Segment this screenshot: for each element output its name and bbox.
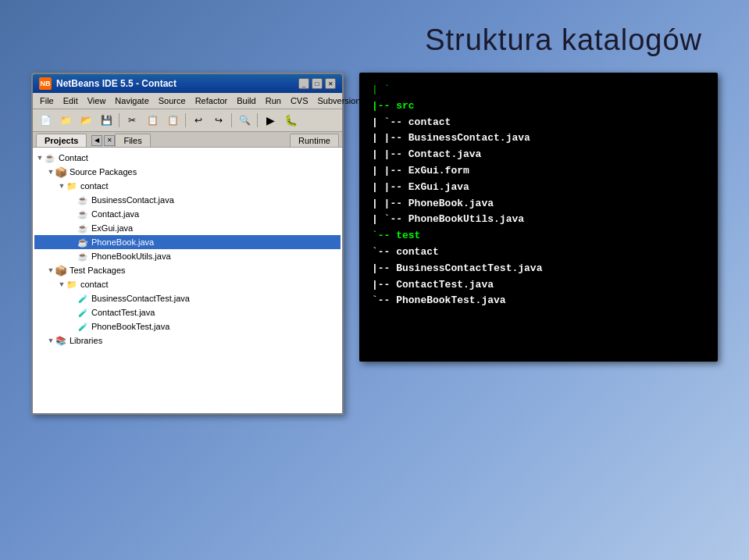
label-test-packages: Test Packages <box>70 266 126 275</box>
test-file-icon-3: 🧪 <box>77 320 89 333</box>
terminal-line-2: | `-- contact <box>372 115 705 131</box>
window-controls: _ □ ✕ <box>298 78 336 89</box>
tree-item-contact-java[interactable]: ☕ Contact.java <box>34 207 341 221</box>
project-panel: ▼ ☕ Contact ▼ 📦 Source Packages ▼ 📁 cont… <box>33 148 342 413</box>
no-toggle-1 <box>69 196 77 204</box>
tab-nav-right[interactable]: ✕ <box>104 135 115 146</box>
tree-item-phonebooktest[interactable]: 🧪 PhoneBookTest.java <box>34 319 341 334</box>
minimize-button[interactable]: _ <box>298 78 309 89</box>
save-button[interactable]: 💾 <box>97 112 116 129</box>
content-area: NB NetBeans IDE 5.5 - Contact _ □ ✕ File… <box>0 73 749 415</box>
java-file-icon: ☕ <box>77 194 89 206</box>
toggle-contact[interactable]: ▼ <box>36 154 44 162</box>
terminal-line-11: |-- BusinessContactTest.java <box>372 261 705 277</box>
paste-button[interactable]: 📋 <box>163 112 182 129</box>
java-file-icon-2: ☕ <box>77 208 89 220</box>
app-icon: NB <box>39 77 52 90</box>
toggle-test-contact[interactable]: ▼ <box>58 280 66 288</box>
no-toggle-2 <box>69 210 77 218</box>
open-project-button[interactable]: 📂 <box>77 112 95 129</box>
package-icon: 📦 <box>55 166 67 178</box>
label-exgui: ExGui.java <box>91 223 133 233</box>
tree-item-contact[interactable]: ▼ ☕ Contact <box>34 151 341 165</box>
maximize-button[interactable]: □ <box>312 78 323 89</box>
menu-navigate[interactable]: Navigate <box>111 95 152 107</box>
toolbar-sep-4 <box>257 113 258 127</box>
tree-item-source-packages[interactable]: ▼ 📦 Source Packages <box>34 165 341 179</box>
test-file-icon-2: 🧪 <box>77 306 89 319</box>
tree-item-libraries[interactable]: ▼ 📚 Libraries <box>34 334 341 348</box>
tree-item-exgui[interactable]: ☕ ExGui.java <box>34 221 341 235</box>
toolbar-sep-2 <box>185 113 186 127</box>
tree-item-contacttest[interactable]: 🧪 ContactTest.java <box>34 305 341 319</box>
tree-item-businesscontact[interactable]: ☕ BusinessContact.java <box>34 193 341 207</box>
tabs-bar: Projects ◀ ✕ Files Runtime <box>33 132 342 148</box>
new-file-button[interactable]: 📄 <box>36 112 55 129</box>
open-file-button[interactable]: 📁 <box>56 112 75 129</box>
label-contact-pkg: contact <box>80 181 108 191</box>
netbeans-window: NB NetBeans IDE 5.5 - Contact _ □ ✕ File… <box>31 73 344 415</box>
menu-source[interactable]: Source <box>155 95 190 107</box>
no-toggle-6 <box>69 294 77 302</box>
tab-runtime[interactable]: Runtime <box>290 134 339 147</box>
label-source-packages: Source Packages <box>70 167 137 177</box>
menu-cvs[interactable]: CVS <box>287 95 312 107</box>
test-file-icon-1: 🧪 <box>77 292 89 305</box>
toggle-contact-pkg[interactable]: ▼ <box>58 182 66 190</box>
menu-view[interactable]: View <box>84 95 110 107</box>
java-file-icon-4: ☕ <box>77 236 89 248</box>
java-file-icon-5: ☕ <box>77 250 89 262</box>
terminal-line-13: `-- PhoneBookTest.java <box>372 293 705 309</box>
run-button[interactable]: ▶ <box>261 112 280 129</box>
redo-button[interactable]: ↪ <box>209 112 228 129</box>
no-toggle-4 <box>69 238 77 246</box>
tab-nav-left[interactable]: ◀ <box>91 135 102 146</box>
test-package-icon: 📦 <box>55 264 67 276</box>
label-businesscontacttest: BusinessContactTest.java <box>91 294 190 303</box>
terminal-line-3: | |-- BusinessContact.java <box>372 130 705 147</box>
tab-files[interactable]: Files <box>115 134 150 147</box>
label-businesscontact: BusinessContact.java <box>91 195 174 205</box>
toolbar: 📄 📁 📂 💾 ✂ 📋 📋 ↩ ↪ 🔍 ▶ 🐛 <box>33 109 342 132</box>
window-title: NetBeans IDE 5.5 - Contact <box>56 78 294 89</box>
menu-refactor[interactable]: Refactor <box>191 95 232 107</box>
terminal-line-8: | `-- PhoneBookUtils.java <box>372 212 705 228</box>
java-file-icon-3: ☕ <box>77 222 89 234</box>
tree-item-phonebook[interactable]: ☕ PhoneBook.java <box>34 235 341 249</box>
copy-button[interactable]: 📋 <box>143 112 162 129</box>
slide-title: Struktura katalogów <box>0 0 749 73</box>
menu-edit[interactable]: Edit <box>59 95 82 107</box>
no-toggle-7 <box>69 309 77 316</box>
undo-button[interactable]: ↩ <box>189 112 208 129</box>
toggle-test-packages[interactable]: ▼ <box>47 266 55 274</box>
menu-subversion[interactable]: Subversion <box>314 95 365 107</box>
toolbar-sep-1 <box>119 113 119 127</box>
menu-build[interactable]: Build <box>233 95 259 107</box>
find-button[interactable]: 🔍 <box>235 112 254 129</box>
menu-run[interactable]: Run <box>262 95 285 107</box>
tab-projects[interactable]: Projects <box>36 134 87 147</box>
label-contacttest: ContactTest.java <box>91 308 155 317</box>
menu-file[interactable]: File <box>36 95 58 107</box>
terminal-line-12: |-- ContactTest.java <box>372 277 705 294</box>
terminal-line-5: | |-- ExGui.form <box>372 163 705 180</box>
close-button[interactable]: ✕ <box>325 78 336 89</box>
no-toggle-5 <box>69 252 77 260</box>
tree-item-test-packages[interactable]: ▼ 📦 Test Packages <box>34 263 341 277</box>
toggle-source-packages[interactable]: ▼ <box>47 168 55 176</box>
terminal-line-10: `-- contact <box>372 244 705 261</box>
tree-item-test-contact[interactable]: ▼ 📁 contact <box>34 277 341 291</box>
tree-item-phonebookutils[interactable]: ☕ PhoneBookUtils.java <box>34 249 341 263</box>
toggle-libraries[interactable]: ▼ <box>47 337 55 344</box>
tree-item-contact-pkg[interactable]: ▼ 📁 contact <box>34 179 341 193</box>
terminal-line-1: |-- src <box>372 98 705 115</box>
tree-item-businesscontacttest[interactable]: 🧪 BusinessContactTest.java <box>34 291 341 305</box>
label-phonebook: PhoneBook.java <box>91 237 154 247</box>
cut-button[interactable]: ✂ <box>123 112 141 129</box>
label-libraries: Libraries <box>70 336 102 345</box>
java-icon: ☕ <box>44 152 56 164</box>
debug-button[interactable]: 🐛 <box>281 112 300 129</box>
label-test-contact: contact <box>80 280 108 289</box>
terminal-line-0: | ` <box>372 82 705 98</box>
folder-icon-2: 📁 <box>66 278 78 291</box>
